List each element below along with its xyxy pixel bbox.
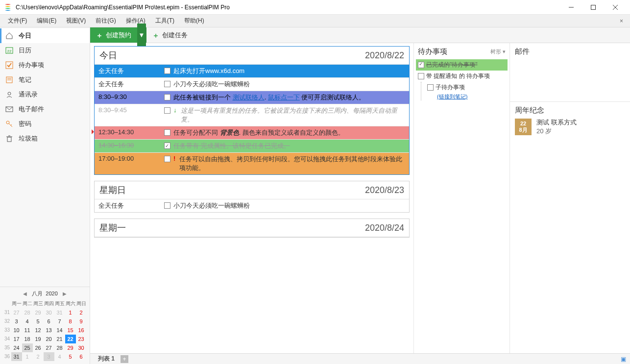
cal-day[interactable]: 29 <box>33 308 44 317</box>
cal-day[interactable]: 16 <box>76 326 87 335</box>
cal-day[interactable]: 29 <box>65 343 76 352</box>
cal-day[interactable]: 18 <box>22 335 33 343</box>
cal-day[interactable]: 4 <box>54 352 65 361</box>
cal-day[interactable]: 15 <box>65 326 76 335</box>
cal-day[interactable]: 13 <box>44 326 54 335</box>
nav-item-key[interactable]: 密码 <box>0 117 90 131</box>
event-row[interactable]: 8:30–9:45↓这是一项具有重复性的任务。它被设置为在接下来的三周内、每隔两… <box>95 104 409 126</box>
cal-day[interactable]: 22 <box>65 335 76 343</box>
menu-item[interactable]: 前往(G) <box>91 17 121 25</box>
nav-item-trash[interactable]: 垃圾箱 <box>0 131 90 146</box>
event-checkbox[interactable] <box>164 94 170 100</box>
todo-checkbox[interactable] <box>427 84 434 91</box>
cal-day[interactable]: 21 <box>54 335 65 343</box>
create-appointment-button[interactable]: ＋ 创建预约 ▼ <box>90 27 146 43</box>
add-tab-button[interactable]: + <box>121 355 128 363</box>
cal-day[interactable]: 31 <box>54 308 65 317</box>
menu-item[interactable]: 编辑(E) <box>32 17 61 25</box>
event-checkbox[interactable] <box>164 81 170 87</box>
todo-item[interactable]: 已完成的"待办事项" <box>416 59 508 71</box>
cal-day[interactable]: 30 <box>44 308 54 317</box>
cal-day[interactable]: 25 <box>22 343 33 352</box>
footer-tab[interactable]: 列表 1 <box>94 355 119 363</box>
event-row[interactable]: 全天任务起床先打开www.x6d.com <box>95 65 409 78</box>
cal-day[interactable]: 2 <box>33 352 44 361</box>
nav-item-contacts[interactable]: 通讯录 <box>0 87 90 102</box>
cal-day[interactable]: 4 <box>22 317 33 326</box>
todo-subitem[interactable]: 子待办事项 <box>425 82 508 93</box>
cal-day[interactable]: 6 <box>44 317 54 326</box>
event-text: 任务可分配不同 背景色. 颜色来自预定义或者自定义的颜色。 <box>173 128 406 137</box>
cal-day[interactable]: 1 <box>22 352 33 361</box>
event-row[interactable]: 17:00–19:00!任务可以自由拖拽、拷贝到任何时间段。您可以拖拽此任务到其… <box>95 153 409 174</box>
event-checkbox[interactable] <box>164 202 170 209</box>
cal-day[interactable]: 28 <box>22 308 33 317</box>
cal-day[interactable]: 14 <box>54 326 65 335</box>
svg-rect-15 <box>7 137 11 142</box>
tray-monitor-icon[interactable]: ▣ <box>621 356 626 363</box>
cal-day[interactable]: 31 <box>11 352 22 361</box>
contacts-icon <box>5 90 14 99</box>
event-row[interactable]: 14:30–16:30任务带有 完成属性。该特定任务已完成。 <box>95 140 409 153</box>
anniversary-age: 20 岁 <box>536 127 577 136</box>
cal-day[interactable]: 11 <box>22 326 33 335</box>
event-row[interactable]: 12:30–14:30任务可分配不同 背景色. 颜色来自预定义或者自定义的颜色。 <box>95 126 409 140</box>
cal-day[interactable]: 20 <box>44 335 54 343</box>
cal-day[interactable]: 6 <box>76 352 87 361</box>
cal-day[interactable]: 2 <box>76 308 87 317</box>
event-row[interactable]: 8:30–9:30此任务被链接到一个 测试联络人. 鼠标点一下 便可开启测试联络… <box>95 91 409 104</box>
event-text: 任务可以自由拖拽、拷贝到任何时间段。您可以拖拽此任务到其他时段来体验此项功能。 <box>179 155 406 172</box>
event-row[interactable]: 全天任务小刀今天必须吃一碗螺蛳粉 <box>95 78 409 91</box>
menu-item[interactable]: 视图(V) <box>61 17 91 25</box>
nav-item-note[interactable]: 笔记 <box>0 73 90 87</box>
nav-item-mail[interactable]: 电子邮件 <box>0 102 90 117</box>
event-checkbox[interactable] <box>164 68 170 74</box>
menu-item[interactable]: 帮助(H) <box>179 17 209 25</box>
cal-day[interactable]: 27 <box>44 343 54 352</box>
event-checkbox[interactable] <box>164 156 170 162</box>
cal-day[interactable]: 9 <box>76 317 87 326</box>
todo-view-mode[interactable]: 树形 ▾ <box>490 48 506 55</box>
nav-item-check[interactable]: 待办事项 <box>0 58 90 73</box>
anniversary-item[interactable]: 228月 测试 联系方式 20 岁 <box>515 118 625 136</box>
cal-day[interactable]: 5 <box>65 352 76 361</box>
toolbar: ＋ 创建预约 ▼ ＋ 创建任务 <box>90 27 630 43</box>
cal-day[interactable]: 3 <box>44 352 54 361</box>
todo-checkbox[interactable] <box>418 62 424 68</box>
cal-day[interactable]: 7 <box>54 317 65 326</box>
cal-day[interactable]: 19 <box>33 335 44 343</box>
event-checkbox[interactable] <box>164 107 170 114</box>
nav-item-home[interactable]: 今日 <box>0 28 90 43</box>
nav-item-calendar-22[interactable]: 22日历 <box>0 43 90 58</box>
cal-next-icon[interactable]: ▶ <box>61 291 69 296</box>
cal-day[interactable]: 3 <box>11 317 22 326</box>
cal-day[interactable]: 1 <box>65 308 76 317</box>
menu-item[interactable]: 工具(T) <box>150 17 179 25</box>
todo-text: 带 提醒通知 的 待办事项 <box>426 72 490 80</box>
cal-day[interactable]: 8 <box>65 317 76 326</box>
cal-prev-icon[interactable]: ◀ <box>21 291 29 296</box>
cal-day[interactable]: 26 <box>33 343 44 352</box>
close-button[interactable] <box>604 0 626 15</box>
event-row[interactable]: 全天任务小刀今天必须吃一碗螺蛳粉 <box>95 199 409 212</box>
todo-checkbox[interactable] <box>418 73 424 79</box>
todo-note-link[interactable]: (链接到笔记) <box>437 94 467 99</box>
cal-day[interactable]: 12 <box>33 326 44 335</box>
todo-item[interactable]: 带 提醒通知 的 待办事项 <box>416 71 508 82</box>
cal-day[interactable]: 23 <box>76 335 87 343</box>
todo-text: 已完成的"待办事项" <box>426 61 478 69</box>
minimize-button[interactable] <box>560 0 582 15</box>
menubar-close-icon[interactable]: × <box>616 18 627 24</box>
cal-day[interactable]: 5 <box>33 317 44 326</box>
maximize-button[interactable] <box>582 0 604 15</box>
cal-day[interactable]: 17 <box>11 335 22 343</box>
cal-day[interactable]: 30 <box>76 343 87 352</box>
create-task-button[interactable]: ＋ 创建任务 <box>146 27 194 43</box>
cal-day[interactable]: 24 <box>11 343 22 352</box>
cal-day[interactable]: 10 <box>11 326 22 335</box>
cal-day[interactable]: 27 <box>11 308 22 317</box>
event-checkbox[interactable] <box>164 143 170 149</box>
menu-item[interactable]: 文件(F) <box>3 17 32 25</box>
event-checkbox[interactable] <box>164 129 170 136</box>
cal-day[interactable]: 28 <box>54 343 65 352</box>
